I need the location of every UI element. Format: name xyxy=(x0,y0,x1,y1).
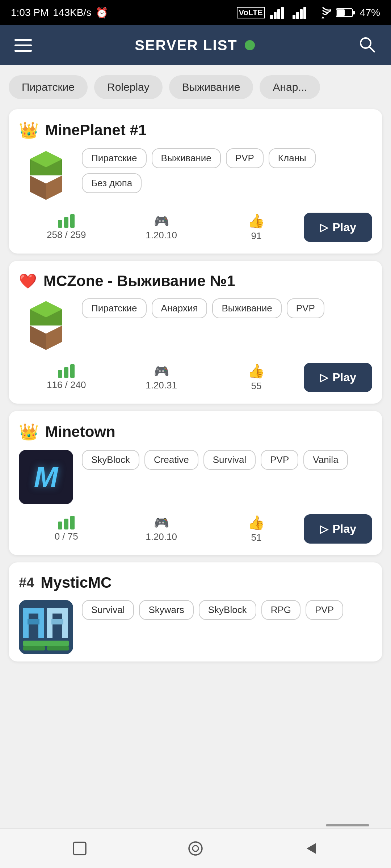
nav-home-button[interactable] xyxy=(70,839,89,858)
wifi-icon xyxy=(315,6,331,19)
like-icon-2: 👍 xyxy=(248,363,265,379)
tag: Анархия xyxy=(152,298,207,318)
app-title: SERVER LIST xyxy=(135,37,237,54)
svg-rect-31 xyxy=(51,619,63,625)
players-count-2: 116 / 240 xyxy=(47,379,86,391)
play-icon: ▷ xyxy=(320,371,328,384)
svg-rect-2 xyxy=(277,9,280,19)
svg-rect-3 xyxy=(281,7,284,19)
tag: Creative xyxy=(144,450,198,470)
rank-heart-2: ❤️ xyxy=(19,273,37,290)
scroll-indicator xyxy=(326,824,369,826)
version-stat-2: 🎮 1.20.31 xyxy=(114,364,209,391)
server-body-2: Пиратские Анархия Выживание PVP xyxy=(19,298,372,353)
signal-icon-2 xyxy=(293,6,310,19)
volte-icon: VoLTE xyxy=(237,7,265,18)
svg-rect-34 xyxy=(47,646,69,651)
tag: SkyBlock xyxy=(199,600,256,620)
tag: PVP xyxy=(287,298,324,318)
tag: PVP xyxy=(306,600,343,620)
svg-marker-22 xyxy=(46,326,62,350)
search-button[interactable] xyxy=(358,35,377,55)
server-name-4: MysticMC xyxy=(41,574,112,591)
svg-marker-15 xyxy=(30,175,46,200)
svg-marker-16 xyxy=(46,175,62,200)
server-icon-2 xyxy=(19,298,73,353)
svg-rect-6 xyxy=(300,9,303,19)
server-footer-3: 0 / 75 🎮 1.20.10 👍 51 ▷ Play xyxy=(19,514,372,544)
players-stat-2: 116 / 240 xyxy=(19,364,114,391)
server-card-3: 👑 Minetown M SkyBlock Creative Survival … xyxy=(9,411,382,555)
filter-row: Пиратские Roleplay Выживание Анар... xyxy=(0,65,391,109)
version-icon-2: 🎮 xyxy=(154,364,169,378)
play-button-1[interactable]: ▷ Play xyxy=(304,213,372,242)
version-value-3: 1.20.10 xyxy=(146,531,177,542)
rank-crown-3: 👑 xyxy=(19,422,39,441)
battery-icon xyxy=(336,7,355,18)
play-label: Play xyxy=(332,221,356,234)
svg-rect-9 xyxy=(353,11,355,14)
like-icon-3: 👍 xyxy=(248,515,265,531)
tag: PVP xyxy=(226,148,264,168)
svg-rect-35 xyxy=(73,842,86,855)
version-stat-1: 🎮 1.20.10 xyxy=(114,214,209,241)
battery-percent: 47% xyxy=(360,7,380,18)
server-body-1: Пиратские Выживание PVP Кланы Без дюпа xyxy=(19,148,372,203)
svg-rect-5 xyxy=(296,12,299,19)
likes-stat-1: 👍 91 xyxy=(209,213,304,242)
version-value-2: 1.20.31 xyxy=(146,380,177,391)
svg-rect-27 xyxy=(28,619,39,625)
server-tags-3: SkyBlock Creative Survival PVP Vanila xyxy=(82,450,372,470)
filter-roleplay[interactable]: Roleplay xyxy=(94,75,163,99)
network-speed: 143KB/s xyxy=(53,7,91,18)
nav-back-button[interactable] xyxy=(302,839,321,858)
rank-crown-1: 👑 xyxy=(19,121,39,140)
status-right: VoLTE 47% xyxy=(237,6,380,19)
players-stat-1: 258 / 259 xyxy=(19,214,114,241)
svg-rect-4 xyxy=(293,15,295,19)
players-stat-3: 0 / 75 xyxy=(19,516,114,542)
svg-rect-7 xyxy=(303,7,306,19)
likes-count-2: 55 xyxy=(251,380,262,392)
svg-marker-38 xyxy=(307,843,316,854)
svg-line-12 xyxy=(369,47,374,52)
filter-anarchy[interactable]: Анар... xyxy=(260,75,320,99)
players-count-3: 0 / 75 xyxy=(55,531,78,542)
nav-circle-button[interactable] xyxy=(186,839,205,858)
likes-count-1: 91 xyxy=(251,230,262,242)
server-name-2: MCZone - Выживание №1 xyxy=(43,272,235,290)
play-label: Play xyxy=(332,371,356,384)
bottom-nav xyxy=(0,828,391,868)
play-icon: ▷ xyxy=(320,523,328,535)
server-body-4: Survival Skywars SkyBlock RPG PVP xyxy=(19,600,372,654)
server-body-3: M SkyBlock Creative Survival PVP Vanila xyxy=(19,450,372,504)
svg-point-37 xyxy=(193,846,198,851)
tag: Survival xyxy=(203,450,256,470)
tag: Выживание xyxy=(212,298,281,318)
signal-bars-1 xyxy=(58,214,75,228)
server-icon-3: M xyxy=(19,450,73,504)
filter-survival[interactable]: Выживание xyxy=(169,75,253,99)
svg-marker-17 xyxy=(30,159,31,175)
server-tags-4: Survival Skywars SkyBlock RPG PVP xyxy=(82,600,372,620)
tag: Пиратские xyxy=(82,298,147,318)
tag: SkyBlock xyxy=(82,450,139,470)
server-card-2: ❤️ MCZone - Выживание №1 Пиратские Анарх… xyxy=(9,261,382,404)
version-value-1: 1.20.10 xyxy=(146,230,177,241)
status-bar: 1:03 PM 143KB/s ⏰ VoLTE 47% xyxy=(0,0,391,25)
svg-rect-32 xyxy=(23,641,69,646)
time: 1:03 PM xyxy=(11,7,49,18)
rank-number-4: #4 xyxy=(19,575,34,591)
play-button-2[interactable]: ▷ Play xyxy=(304,363,372,392)
header: SERVER LIST xyxy=(0,25,391,65)
likes-count-3: 51 xyxy=(251,532,262,543)
signal-bars-3 xyxy=(58,516,75,529)
play-button-3[interactable]: ▷ Play xyxy=(304,514,372,544)
tag: Skywars xyxy=(139,600,193,620)
menu-button[interactable] xyxy=(14,39,32,52)
version-stat-3: 🎮 1.20.10 xyxy=(114,515,209,542)
svg-rect-0 xyxy=(270,15,273,19)
filter-pirates[interactable]: Пиратские xyxy=(9,75,88,99)
server-footer-2: 116 / 240 🎮 1.20.31 👍 55 ▷ Play xyxy=(19,363,372,392)
minetown-logo: M xyxy=(19,450,73,504)
